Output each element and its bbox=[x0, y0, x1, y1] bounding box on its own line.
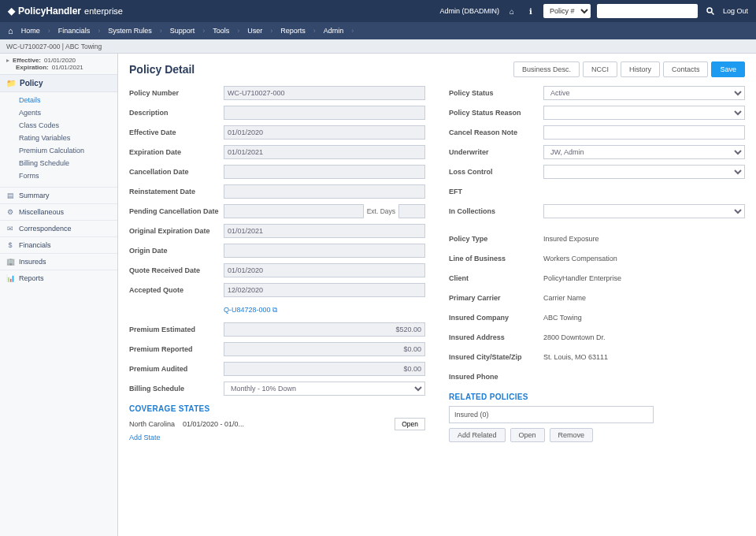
eft-label: EFT bbox=[449, 188, 543, 195]
original-exp-input[interactable] bbox=[224, 224, 425, 238]
nav-support[interactable]: Support bbox=[170, 27, 195, 35]
folder-icon: 📁 bbox=[6, 79, 16, 87]
coverage-open-button[interactable]: Open bbox=[395, 418, 425, 430]
shield-icon: ◆ bbox=[8, 6, 15, 17]
coverage-row: North Carolina 01/01/2020 - 01/0... Open bbox=[129, 418, 425, 430]
premium-reported-input[interactable] bbox=[224, 342, 425, 356]
primary-carrier-value: Carrier Name bbox=[543, 294, 586, 302]
home-icon[interactable]: ⌂ bbox=[506, 5, 518, 17]
related-list[interactable]: Insured (0) bbox=[449, 406, 654, 423]
quote-link[interactable]: Q-U84728-000 ⧉ bbox=[224, 306, 277, 315]
status-reason-select[interactable] bbox=[543, 106, 745, 120]
description-input[interactable] bbox=[224, 106, 425, 120]
nav-home-icon[interactable]: ⌂ bbox=[8, 26, 13, 35]
insured-company-label: Insured Company bbox=[449, 314, 543, 322]
related-policies-header: RELATED POLICIES bbox=[449, 393, 745, 401]
search-icon[interactable] bbox=[704, 5, 717, 17]
insured-phone-label: Insured Phone bbox=[449, 373, 543, 381]
sidebar: ▸ Effective: 01/01/2020 Expiration: 01/0… bbox=[0, 54, 118, 536]
chevron-right-icon[interactable]: ▸ bbox=[6, 57, 9, 64]
reinstatement-date-input[interactable] bbox=[224, 184, 425, 199]
sidebar-item-billing-schedule[interactable]: Billing Schedule bbox=[19, 157, 117, 169]
sidebar-group-insureds[interactable]: 🏢 Insureds bbox=[0, 253, 117, 270]
quote-received-input[interactable] bbox=[224, 263, 425, 277]
nav-home[interactable]: Home bbox=[21, 27, 40, 35]
coverage-states-header: COVERAGE STATES bbox=[129, 404, 425, 413]
svg-point-0 bbox=[707, 8, 712, 13]
ncci-button[interactable]: NCCI bbox=[583, 61, 617, 77]
policy-status-select[interactable]: Active bbox=[543, 86, 745, 100]
insured-address-label: Insured Address bbox=[449, 333, 543, 341]
nav-financials[interactable]: Financials bbox=[58, 27, 91, 35]
policy-scope-select[interactable]: Policy # bbox=[543, 4, 591, 18]
nav-tools[interactable]: Tools bbox=[213, 27, 229, 35]
nav-user[interactable]: User bbox=[247, 27, 262, 35]
sidebar-group-summary[interactable]: ▤ Summary bbox=[0, 187, 117, 203]
underwriter-select[interactable]: JW, Admin bbox=[543, 145, 745, 159]
detail-header: Policy Detail Business Desc. NCCI Histor… bbox=[129, 61, 745, 77]
ext-days-input[interactable] bbox=[398, 204, 425, 218]
policy-number-input[interactable] bbox=[224, 86, 425, 100]
search-input[interactable] bbox=[600, 5, 695, 17]
cancel-reason-input[interactable] bbox=[543, 125, 745, 140]
sidebar-group-misc[interactable]: ⚙ Miscellaneous bbox=[0, 203, 117, 220]
app-root: ◆ PolicyHandler enterprise Admin (DBADMI… bbox=[0, 0, 756, 536]
add-state-link[interactable]: Add State bbox=[129, 434, 161, 441]
premium-audited-label: Premium Audited bbox=[129, 365, 224, 373]
nav-system-rules[interactable]: System Rules bbox=[108, 27, 152, 35]
billing-schedule-select[interactable]: Monthly - 10% Down bbox=[224, 382, 425, 396]
logout-link[interactable]: Log Out bbox=[723, 7, 748, 15]
list-icon: ▤ bbox=[6, 192, 14, 199]
premium-audited-input[interactable] bbox=[224, 362, 425, 376]
premium-reported-label: Premium Reported bbox=[129, 345, 224, 353]
admin-label: Admin (DBADMIN) bbox=[439, 7, 499, 15]
nav-reports[interactable]: Reports bbox=[280, 27, 306, 35]
add-related-button[interactable]: Add Related bbox=[449, 428, 506, 442]
premium-estimated-label: Premium Estimated bbox=[129, 326, 224, 333]
related-entry: Insured (0) bbox=[454, 411, 489, 419]
in-collections-select[interactable] bbox=[543, 204, 745, 218]
remove-related-button[interactable]: Remove bbox=[550, 428, 594, 442]
coverage-dates: 01/01/2020 - 01/0... bbox=[183, 420, 244, 428]
cancellation-date-input[interactable] bbox=[224, 165, 425, 179]
sidebar-item-class-codes[interactable]: Class Codes bbox=[19, 119, 117, 132]
business-desc-button[interactable]: Business Desc. bbox=[513, 61, 580, 77]
contacts-button[interactable]: Contacts bbox=[663, 61, 709, 77]
sidebar-group-financials[interactable]: $ Financials bbox=[0, 236, 117, 253]
page-title: Policy Detail bbox=[129, 63, 510, 76]
building-icon: 🏢 bbox=[6, 258, 14, 266]
related-buttons: Add Related Open Remove bbox=[449, 428, 745, 442]
policy-number-label: Policy Number bbox=[129, 89, 224, 97]
navbar: ⌂ Home › Financials › System Rules › Sup… bbox=[0, 22, 756, 39]
sidebar-policy-head[interactable]: 📁 Policy bbox=[0, 75, 117, 92]
sidebar-item-details[interactable]: Details bbox=[19, 94, 117, 106]
loss-control-select[interactable] bbox=[543, 165, 745, 179]
info-icon[interactable]: ℹ bbox=[524, 5, 537, 17]
expiration-date-input[interactable] bbox=[224, 145, 425, 159]
sidebar-item-agents[interactable]: Agents bbox=[19, 106, 117, 119]
sidebar-item-rating-variables[interactable]: Rating Variables bbox=[19, 132, 117, 144]
save-button[interactable]: Save bbox=[711, 61, 745, 77]
pending-cancel-input[interactable] bbox=[224, 204, 364, 218]
loss-control-label: Loss Control bbox=[449, 168, 543, 176]
open-related-button[interactable]: Open bbox=[510, 428, 545, 442]
nav-admin[interactable]: Admin bbox=[324, 27, 344, 35]
accepted-quote-input[interactable] bbox=[224, 283, 425, 297]
description-label: Description bbox=[129, 109, 224, 117]
effective-date-input[interactable] bbox=[224, 125, 425, 140]
sidebar-group-reports[interactable]: 📊 Reports bbox=[0, 270, 117, 286]
history-button[interactable]: History bbox=[621, 61, 660, 77]
sidebar-header: ▸ Effective: 01/01/2020 Expiration: 01/0… bbox=[0, 54, 117, 75]
client-label: Client bbox=[449, 274, 543, 282]
sidebar-item-forms[interactable]: Forms bbox=[19, 169, 117, 182]
premium-estimated-input[interactable] bbox=[224, 322, 425, 337]
origin-date-input[interactable] bbox=[224, 244, 425, 258]
reinstatement-date-label: Reinstatement Date bbox=[129, 188, 224, 195]
sidebar-item-premium-calculation[interactable]: Premium Calculation bbox=[19, 144, 117, 157]
insured-csz-label: Insured City/State/Zip bbox=[449, 353, 543, 361]
brand-main: PolicyHandler bbox=[18, 6, 81, 17]
billing-schedule-label: Billing Schedule bbox=[129, 385, 224, 393]
lob-value: Workers Compensation bbox=[543, 255, 617, 262]
policy-type-label: Policy Type bbox=[449, 235, 543, 243]
sidebar-group-correspondence[interactable]: ✉ Correspondence bbox=[0, 220, 117, 236]
